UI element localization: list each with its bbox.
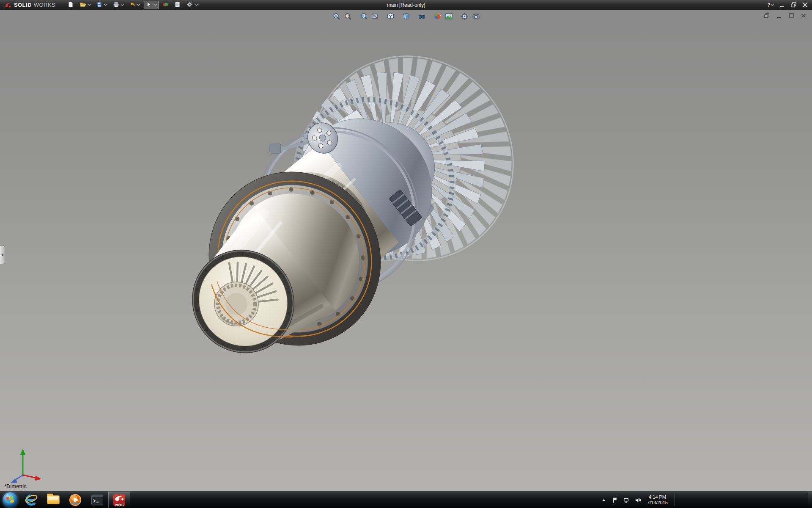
close-icon (801, 1, 809, 8)
taskbar: 2015 4:14 PM 7/13/2015 (0, 491, 812, 508)
camera-icon (472, 12, 480, 20)
view-orientation-button[interactable] (385, 11, 395, 21)
new-document-icon (67, 1, 74, 8)
brand-text-bold: SOLID (14, 2, 32, 8)
file-properties-button[interactable] (173, 1, 183, 9)
display-style-button[interactable] (401, 11, 411, 21)
tray-divider (674, 494, 675, 506)
folder-icon (47, 495, 60, 504)
apply-scene-icon (445, 12, 453, 20)
show-desktop-button[interactable] (808, 491, 812, 508)
taskbar-items: 2015 (0, 491, 130, 508)
solidworks-brand: SOLIDWORKS (0, 1, 60, 9)
zoom-fit-icon (332, 12, 340, 20)
action-center-button[interactable] (611, 496, 619, 504)
maximize-document-icon (788, 12, 795, 19)
minimize-document-button[interactable] (775, 12, 783, 19)
select-button[interactable] (144, 1, 159, 9)
close-document-icon (800, 12, 807, 19)
previous-view-button[interactable] (358, 11, 368, 21)
undo-button[interactable] (127, 1, 142, 9)
print-button[interactable] (111, 1, 126, 9)
taskbar-command-prompt[interactable] (86, 491, 108, 508)
display-style-icon (402, 12, 410, 20)
help-button[interactable]: ? (765, 1, 776, 9)
minimize-button[interactable] (777, 1, 787, 9)
dropdown-caret-icon (121, 4, 124, 6)
viewport-3d[interactable]: *Dimetric (0, 10, 812, 491)
show-hidden-icons-button[interactable] (600, 496, 607, 504)
view-orientation-label: *Dimetric (4, 483, 27, 489)
open-icon (80, 1, 87, 8)
heads-up-toolbar (331, 11, 481, 21)
action-center-icon (612, 497, 619, 504)
tray-icons (600, 496, 642, 504)
options-icon (187, 1, 194, 8)
new-document-button[interactable] (66, 1, 76, 9)
titlebar: SOLIDWORKS main [Read-only] ? (0, 0, 812, 10)
network-button[interactable] (623, 496, 630, 504)
zoom-to-area-button[interactable] (343, 11, 353, 21)
options-button[interactable] (185, 1, 200, 9)
taskbar-solidworks-2015[interactable]: 2015 (108, 491, 130, 508)
save-button[interactable] (94, 1, 109, 9)
restore-document-button[interactable] (763, 12, 771, 19)
zoom-to-area-icon (344, 12, 352, 20)
close-document-button[interactable] (799, 12, 808, 19)
clock-date: 7/13/2015 (647, 500, 668, 505)
dropdown-caret-icon (137, 4, 140, 6)
dropdown-caret-icon (104, 4, 107, 6)
camera-button[interactable] (471, 11, 481, 21)
featuremanager-collapse-tab[interactable] (0, 246, 5, 264)
solidworks-version-badge: 2015 (109, 503, 130, 507)
volume-button[interactable] (634, 496, 642, 504)
desktop: SOLIDWORKS main [Read-only] ? (0, 0, 812, 508)
brand-text-light: WORKS (34, 2, 55, 8)
view-orientation-icon (387, 12, 395, 20)
select-icon (145, 1, 153, 8)
xpress-products-icon (162, 1, 169, 8)
x-axis-icon (35, 476, 42, 481)
taskbar-clock[interactable]: 4:14 PM 7/13/2015 (647, 494, 668, 505)
engine-3d-model[interactable] (0, 10, 812, 491)
close-button[interactable] (800, 1, 810, 9)
print-icon (112, 1, 120, 8)
hide-show-items-button[interactable] (417, 11, 427, 21)
zoom-fit-button[interactable] (331, 11, 341, 21)
reference-triad (3, 444, 44, 487)
dropdown-caret-icon (154, 4, 157, 6)
previous-view-icon (359, 12, 368, 20)
restore-button[interactable] (788, 1, 798, 9)
maximize-document-button[interactable] (787, 12, 796, 19)
internet-explorer-icon (25, 493, 38, 507)
view-settings-button[interactable] (459, 11, 469, 21)
show-hidden-icons-icon (600, 497, 607, 504)
taskbar-internet-explorer[interactable] (20, 491, 42, 508)
document-window-controls (763, 12, 808, 19)
section-view-icon (371, 12, 379, 20)
hide-show-items-icon (418, 12, 426, 20)
taskbar-windows-explorer[interactable] (42, 491, 64, 508)
start-button[interactable] (0, 491, 20, 508)
media-player-icon (69, 493, 82, 507)
dropdown-caret-icon (195, 4, 198, 6)
section-view-button[interactable] (370, 11, 380, 21)
save-icon (96, 1, 103, 8)
system-tray: 4:14 PM 7/13/2015 (600, 491, 675, 508)
apply-scene-button[interactable] (444, 11, 454, 21)
clock-time: 4:14 PM (649, 494, 666, 500)
taskbar-media-player[interactable] (64, 491, 86, 508)
window-controls: ? (765, 1, 812, 9)
help-glyph: ? (767, 2, 770, 8)
dropdown-caret-icon (771, 4, 774, 6)
solidworks-logo-icon (4, 1, 12, 9)
undo-icon (129, 1, 136, 8)
y-axis-icon (20, 449, 25, 455)
dropdown-caret-icon (88, 4, 91, 6)
document-title: main [Read-only] (387, 2, 425, 8)
view-settings-icon (461, 12, 469, 20)
command-prompt-icon (91, 494, 104, 506)
open-button[interactable] (78, 1, 93, 9)
edit-appearance-button[interactable] (432, 11, 442, 21)
xpress-products-button[interactable] (160, 1, 171, 9)
